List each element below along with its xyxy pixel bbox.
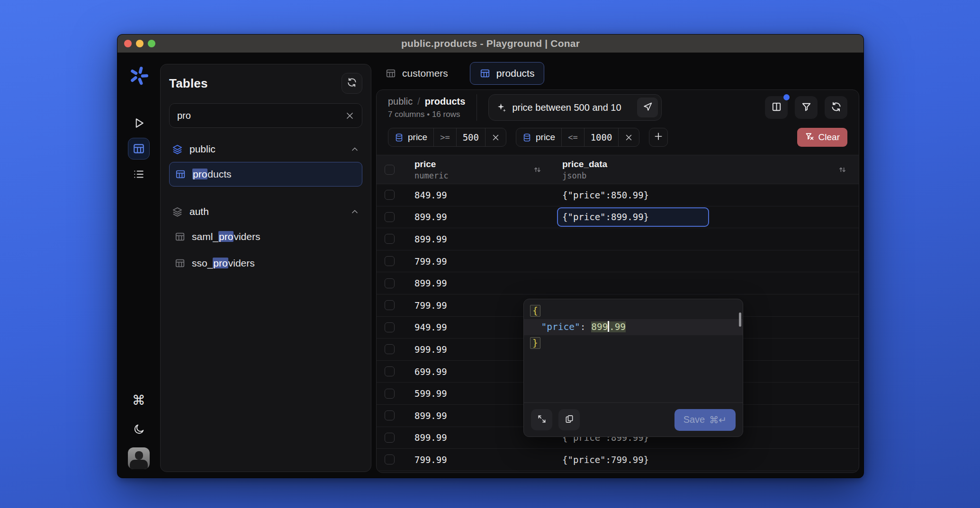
refresh-data-button[interactable] xyxy=(825,96,847,119)
row-checkbox[interactable] xyxy=(385,212,395,222)
editor-scrollbar[interactable] xyxy=(739,312,741,327)
row-checkbox[interactable] xyxy=(385,389,395,399)
cell-price[interactable]: 899.99 xyxy=(406,212,554,222)
shortcuts-button[interactable]: ⌘ xyxy=(128,390,150,411)
table-view-card: public / products 7 columns • 16 rows xyxy=(376,89,859,473)
schema-public[interactable]: public xyxy=(169,138,362,160)
column-name: price xyxy=(414,159,533,169)
table-icon xyxy=(133,143,145,155)
search-match: pro xyxy=(213,258,228,268)
ai-filter-input[interactable] xyxy=(512,102,632,113)
select-all-checkbox[interactable] xyxy=(385,165,395,175)
sidebar-table-saml_providers[interactable]: saml_providers xyxy=(169,224,362,249)
sort-icon[interactable] xyxy=(838,165,847,174)
selected-cell[interactable]: {"price":899.99} xyxy=(557,207,709,227)
row-checkbox[interactable] xyxy=(385,256,395,266)
add-filter-button[interactable] xyxy=(649,128,668,147)
chevron-up-icon[interactable] xyxy=(350,144,360,154)
row-checkbox[interactable] xyxy=(385,455,395,464)
sort-icon[interactable] xyxy=(533,165,542,174)
tab-customers[interactable]: customers xyxy=(376,62,458,85)
play-icon xyxy=(132,116,145,130)
queries-list-button[interactable] xyxy=(128,163,150,185)
chip-operator[interactable]: <= xyxy=(561,128,584,146)
editor-footer: Save ⌘↵ xyxy=(524,402,743,437)
columns-visibility-button[interactable] xyxy=(765,96,788,119)
row-checkbox[interactable] xyxy=(385,410,395,420)
refresh-icon xyxy=(831,101,842,114)
chip-value[interactable]: 1000 xyxy=(584,128,619,146)
user-avatar[interactable] xyxy=(128,447,150,469)
clear-filters-button[interactable]: Clear xyxy=(797,128,847,147)
chip-operator[interactable]: >= xyxy=(433,128,456,146)
tables-search-input[interactable] xyxy=(177,110,345,121)
run-query-button[interactable] xyxy=(128,112,150,134)
command-icon: ⌘ xyxy=(132,394,145,407)
breadcrumb-table[interactable]: products xyxy=(425,96,466,107)
save-button[interactable]: Save ⌘↵ xyxy=(674,409,736,431)
chip-value[interactable]: 500 xyxy=(456,128,485,146)
row-checkbox[interactable] xyxy=(385,278,395,288)
table-row[interactable]: 849.99 {"price":850.99} xyxy=(377,184,859,206)
cell-price[interactable]: 799.99 xyxy=(406,256,554,267)
tables-panel-title: Tables xyxy=(169,76,208,91)
column-header-price[interactable]: price numeric xyxy=(406,159,554,180)
cell-price-data[interactable] xyxy=(554,228,859,250)
breadcrumb-schema[interactable]: public xyxy=(388,96,413,107)
clear-search-icon[interactable] xyxy=(345,111,354,120)
remove-filter-button[interactable] xyxy=(618,128,639,146)
conar-logo-icon xyxy=(128,65,150,87)
row-checkbox[interactable] xyxy=(385,300,395,310)
row-checkbox[interactable] xyxy=(385,433,395,443)
schema-auth[interactable]: auth xyxy=(169,201,362,223)
plus-icon xyxy=(654,131,663,144)
cell-price-data[interactable] xyxy=(554,272,859,294)
chip-column[interactable]: price xyxy=(516,128,561,146)
tables-view-button[interactable] xyxy=(128,138,150,160)
row-checkbox[interactable] xyxy=(385,322,395,332)
table-row[interactable]: 899.99 {"price":899.99} xyxy=(377,206,859,229)
cell-price[interactable]: 799.99 xyxy=(406,455,554,465)
clear-button-label: Clear xyxy=(818,132,840,143)
table-row[interactable]: 899.99 xyxy=(377,272,859,294)
expand-icon xyxy=(537,414,547,426)
ai-filter-send-button[interactable] xyxy=(637,98,658,117)
save-shortcut: ⌘↵ xyxy=(709,414,727,426)
cell-price[interactable]: 899.99 xyxy=(406,234,554,244)
ai-filter xyxy=(488,94,662,121)
tab-products[interactable]: products xyxy=(470,62,545,85)
sidebar-table-sso_providers[interactable]: sso_providers xyxy=(169,251,362,276)
column-header-price-data[interactable]: price_data jsonb xyxy=(554,159,859,180)
cell-price-data[interactable]: {"price":850.99} xyxy=(554,184,859,206)
cell-price[interactable]: 899.99 xyxy=(406,278,554,288)
row-checkbox[interactable] xyxy=(385,366,395,376)
row-checkbox[interactable] xyxy=(385,190,395,200)
cell-price-data[interactable] xyxy=(554,250,859,272)
column-type: jsonb xyxy=(562,171,838,180)
table-row[interactable]: 899.99 xyxy=(377,228,859,250)
cell-price-data[interactable]: {"price":899.99} xyxy=(554,206,859,228)
editor-line-1: { xyxy=(524,303,743,319)
refresh-tables-button[interactable] xyxy=(342,73,362,94)
chip-column[interactable]: price xyxy=(388,128,433,146)
cell-price[interactable]: 849.99 xyxy=(406,190,554,200)
filter-chip-1: price <= 1000 xyxy=(516,128,639,147)
chevron-up-icon[interactable] xyxy=(350,207,360,216)
row-checkbox[interactable] xyxy=(385,234,395,244)
table-row[interactable]: 799.99 {"price":799.99} xyxy=(377,449,859,471)
theme-toggle-button[interactable] xyxy=(128,418,150,440)
save-button-label: Save xyxy=(683,414,705,425)
json-editor[interactable]: { "price": 899.99 } xyxy=(524,299,743,402)
tables-search xyxy=(169,103,362,128)
expand-editor-button[interactable] xyxy=(531,409,552,430)
cell-price-data[interactable]: {"price":799.99} xyxy=(554,449,859,471)
copy-value-button[interactable] xyxy=(558,409,580,430)
row-checkbox[interactable] xyxy=(385,344,395,354)
breadcrumb: public / products 7 columns • 16 rows xyxy=(388,96,465,119)
sidebar-table-products[interactable]: products xyxy=(169,162,362,187)
grid-header-row: price numeric price_data jsonb xyxy=(377,155,859,184)
remove-filter-button[interactable] xyxy=(485,128,506,146)
filters-button[interactable] xyxy=(795,96,818,119)
filter-x-icon xyxy=(805,132,814,143)
table-row[interactable]: 799.99 xyxy=(377,250,859,273)
